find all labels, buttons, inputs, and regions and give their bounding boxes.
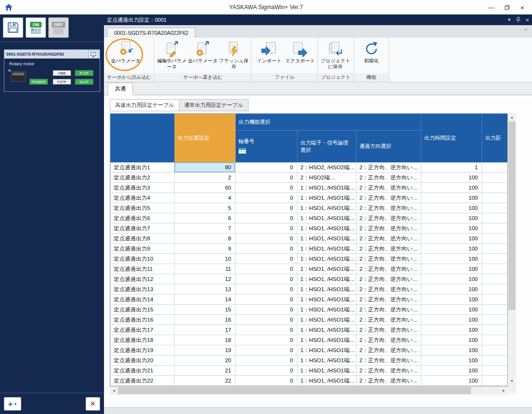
device-panel[interactable]: 0001-SGD7S-R70A20A022F62 Rotary motor A … xyxy=(4,49,100,92)
cell-direction[interactable]: 2：正方向、逆方向い… xyxy=(356,295,421,305)
cell-position[interactable]: 9 xyxy=(175,244,236,254)
cell-position[interactable]: 21 xyxy=(175,366,236,376)
cell-distance[interactable] xyxy=(482,244,508,254)
cell-row-label[interactable]: 定点通過出力17 xyxy=(111,325,175,335)
cell-distance[interactable] xyxy=(482,183,508,193)
cell-axis[interactable]: 0 xyxy=(236,163,297,173)
cell-direction[interactable]: 2：正方向、逆方向い… xyxy=(356,223,421,234)
cell-distance[interactable] xyxy=(482,305,508,315)
cell-row-label[interactable]: 定点通過出力11 xyxy=(111,264,175,274)
cell-axis[interactable]: 0 xyxy=(236,376,297,386)
cell-time[interactable]: 100 xyxy=(421,295,482,305)
close-button[interactable]: × xyxy=(515,1,530,14)
cell-axis[interactable]: 0 xyxy=(236,203,297,213)
cell-terminal[interactable]: 1：HSO1, /HSO1端… xyxy=(297,335,356,345)
cell-row-label[interactable]: 定点通過出力6 xyxy=(111,213,175,223)
cell-distance[interactable] xyxy=(482,254,508,264)
cell-position[interactable]: 10 xyxy=(175,254,236,264)
cell-time[interactable]: 100 xyxy=(421,193,482,203)
cell-time[interactable]: 100 xyxy=(421,183,482,193)
cell-axis[interactable]: 0 xyxy=(236,234,297,244)
cell-row-label[interactable]: 定点通過出力16 xyxy=(111,315,175,325)
write-all-params-button[interactable]: 全パラメータ xyxy=(187,39,218,73)
cell-direction[interactable]: 2：正方向、逆方向い… xyxy=(356,345,421,355)
cell-axis[interactable]: 0 xyxy=(236,183,297,193)
cell-distance[interactable] xyxy=(482,376,508,386)
cell-direction[interactable]: 2：正方向、逆方向い… xyxy=(356,213,421,223)
cell-distance[interactable] xyxy=(482,173,508,183)
cell-row-label[interactable]: 定点通過出力5 xyxy=(111,203,175,213)
import-button[interactable]: インポート xyxy=(253,39,284,73)
cell-axis[interactable]: 0 xyxy=(236,244,297,254)
cell-position[interactable]: 17 xyxy=(175,325,236,335)
write-edited-params-button[interactable]: 編集中パラメータ xyxy=(156,39,187,73)
cell-position[interactable]: 15 xyxy=(175,305,236,315)
cell-time[interactable]: 100 xyxy=(421,355,482,366)
cell-distance[interactable] xyxy=(482,163,508,173)
cell-row-label[interactable]: 定点通過出力8 xyxy=(111,234,175,244)
cell-position[interactable]: 60 xyxy=(175,183,236,193)
cell-position[interactable]: 80 xyxy=(175,163,236,173)
cell-row-label[interactable]: 定点通過出力1 xyxy=(111,163,175,173)
scroll-right-icon[interactable]: ► xyxy=(500,386,508,395)
cell-axis[interactable]: 0 xyxy=(236,315,297,325)
panel-dropdown-icon[interactable]: ▼ xyxy=(507,17,511,22)
cell-direction[interactable]: 2：正方向、逆方向い… xyxy=(356,254,421,264)
cell-position[interactable]: 5 xyxy=(175,203,236,213)
cell-axis[interactable]: 0 xyxy=(236,193,297,203)
cell-row-label[interactable]: 定点通過出力13 xyxy=(111,284,175,295)
cell-row-label[interactable]: 定点通過出力9 xyxy=(111,244,175,254)
cell-distance[interactable] xyxy=(482,213,508,223)
cell-terminal[interactable]: 1：HSO1, /HSO1端… xyxy=(297,244,356,254)
cell-axis[interactable]: 0 xyxy=(236,254,297,264)
cell-axis[interactable]: 0 xyxy=(236,274,297,284)
cell-direction[interactable]: 2：正方向、逆方向い… xyxy=(356,163,421,173)
flash-save-button[interactable]: フラッシュ保存 xyxy=(218,39,249,73)
cell-axis[interactable]: 0 xyxy=(236,366,297,376)
cell-axis[interactable]: 0 xyxy=(236,213,297,223)
cell-direction[interactable]: 2：正方向、逆方向い… xyxy=(356,203,421,213)
cell-terminal[interactable]: 1：HSO1, /HSO1端… xyxy=(297,213,356,223)
cell-direction[interactable]: 2：正方向、逆方向い… xyxy=(356,244,421,254)
cell-position[interactable]: 16 xyxy=(175,315,236,325)
cell-terminal[interactable]: 1：HSO1, /HSO1端… xyxy=(297,284,356,295)
cell-position[interactable]: 6 xyxy=(175,213,236,223)
cell-position[interactable]: 18 xyxy=(175,335,236,345)
cell-time[interactable]: 100 xyxy=(421,213,482,223)
pin-icon[interactable] xyxy=(516,17,520,23)
cell-row-label[interactable]: 定点通過出力2 xyxy=(111,173,175,183)
cell-time[interactable]: 100 xyxy=(421,264,482,274)
cell-distance[interactable] xyxy=(482,203,508,213)
scroll-down-icon[interactable]: ▼ xyxy=(508,377,516,385)
cell-position[interactable]: 13 xyxy=(175,284,236,295)
read-all-params-button[interactable]: 全パラメータ xyxy=(110,39,141,73)
cell-terminal[interactable]: 1：HSO1, /HSO1端… xyxy=(297,355,356,366)
scroll-left-icon[interactable]: ◄ xyxy=(110,386,118,395)
cell-time[interactable]: 100 xyxy=(421,254,482,264)
initialize-button[interactable]: 初期化 xyxy=(356,39,387,73)
servo-off-button[interactable]: OFF xyxy=(48,17,69,38)
cell-terminal[interactable]: 1：HSO1, /HSO1端… xyxy=(297,193,356,203)
cell-direction[interactable]: 2：正方向、逆方向い… xyxy=(356,173,421,183)
cell-distance[interactable] xyxy=(482,335,508,345)
cell-row-label[interactable]: 定点通過出力15 xyxy=(111,305,175,315)
cell-direction[interactable]: 2：正方向、逆方向い… xyxy=(356,315,421,325)
cell-distance[interactable] xyxy=(482,325,508,335)
cell-distance[interactable] xyxy=(482,264,508,274)
cell-terminal[interactable]: 1：HSO1, /HSO1端… xyxy=(297,366,356,376)
cell-terminal[interactable]: 2：HSO2端… xyxy=(297,173,356,183)
axis-table-icon[interactable] xyxy=(238,148,246,154)
subtab-normal-output[interactable]: 通常出力用設定テーブル xyxy=(179,99,249,111)
cell-direction[interactable]: 2：正方向、逆方向い… xyxy=(356,376,421,386)
device-document-tab[interactable]: 0001-SGD7S-R70A20A022F62 xyxy=(107,28,195,38)
subtab-high-speed-output[interactable]: 高速出力用設定テーブル xyxy=(110,99,179,111)
cell-row-label[interactable]: 定点通過出力22 xyxy=(111,376,175,386)
servo-on-button[interactable]: ON xyxy=(26,17,46,38)
add-axis-button[interactable]: + ▼ xyxy=(4,397,21,411)
device-monitor-button[interactable] xyxy=(89,51,98,58)
cell-axis[interactable]: 0 xyxy=(236,325,297,335)
cell-terminal[interactable]: 1：HSO1, /HSO1端… xyxy=(297,223,356,234)
cell-axis[interactable]: 0 xyxy=(236,284,297,295)
cell-terminal[interactable]: 1：HSO1, /HSO1端… xyxy=(297,345,356,355)
cell-axis[interactable]: 0 xyxy=(236,305,297,315)
